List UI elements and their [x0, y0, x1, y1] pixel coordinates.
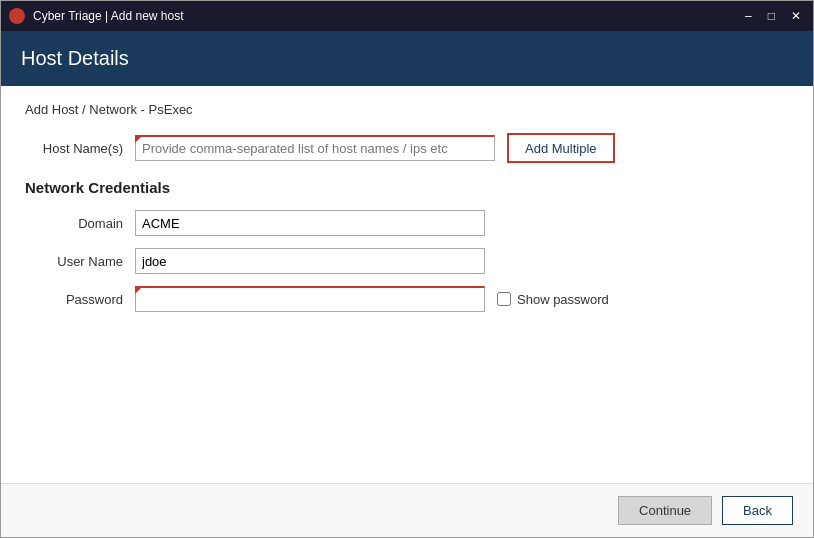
username-input[interactable]	[135, 248, 485, 274]
footer: Continue Back	[1, 483, 813, 537]
network-credentials-section: Network Credentials Domain User Name Pas…	[25, 175, 789, 324]
close-button[interactable]: ✕	[787, 7, 805, 25]
network-credentials-title: Network Credentials	[25, 179, 789, 196]
maximize-button[interactable]: □	[764, 7, 779, 25]
host-names-row: Host Name(s) Add Multiple	[25, 133, 789, 163]
host-names-label: Host Name(s)	[25, 141, 135, 156]
add-multiple-button[interactable]: Add Multiple	[507, 133, 615, 163]
username-label: User Name	[25, 254, 135, 269]
password-label: Password	[25, 292, 135, 307]
window-title: Cyber Triage | Add new host	[33, 9, 741, 23]
continue-button[interactable]: Continue	[618, 496, 712, 525]
title-bar: Cyber Triage | Add new host – □ ✕	[1, 1, 813, 31]
main-window: Cyber Triage | Add new host – □ ✕ Host D…	[0, 0, 814, 538]
domain-input[interactable]	[135, 210, 485, 236]
password-input-wrap	[135, 286, 485, 312]
show-password-wrap: Show password	[497, 292, 609, 307]
main-content: Add Host / Network - PsExec Host Name(s)…	[1, 86, 813, 483]
page-header: Host Details	[1, 31, 813, 86]
domain-row: Domain	[25, 210, 789, 236]
breadcrumb: Add Host / Network - PsExec	[25, 102, 789, 117]
show-password-checkbox[interactable]	[497, 292, 511, 306]
host-names-input[interactable]	[135, 135, 495, 161]
password-input[interactable]	[135, 286, 485, 312]
required-indicator-icon	[135, 135, 143, 143]
show-password-label: Show password	[517, 292, 609, 307]
password-required-indicator-icon	[135, 286, 143, 294]
window-controls: – □ ✕	[741, 7, 805, 25]
username-row: User Name	[25, 248, 789, 274]
domain-label: Domain	[25, 216, 135, 231]
app-logo-icon	[9, 8, 25, 24]
host-names-input-wrap	[135, 135, 495, 161]
back-button[interactable]: Back	[722, 496, 793, 525]
page-title: Host Details	[21, 47, 129, 69]
minimize-button[interactable]: –	[741, 7, 756, 25]
password-row: Password Show password	[25, 286, 789, 312]
